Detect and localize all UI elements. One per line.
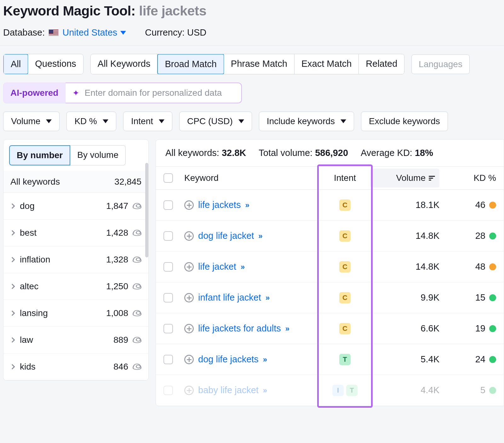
sidebar-all-keywords[interactable]: All keywords 32,845: [3, 171, 148, 193]
sidebar-tab-volume[interactable]: By volume: [70, 145, 126, 165]
tab-phrase-match[interactable]: Phrase Match: [224, 54, 295, 74]
filter-exclude[interactable]: Exclude keywords: [361, 112, 448, 131]
intent-cell: C: [320, 292, 370, 303]
kd-dot-icon: [489, 325, 496, 332]
eye-icon[interactable]: [133, 283, 141, 290]
sidebar-group-item[interactable]: best1,428: [3, 220, 148, 246]
expand-icon[interactable]: »: [266, 293, 268, 302]
stat-akd-value: 18%: [415, 148, 433, 158]
ai-domain-input[interactable]: [84, 88, 234, 98]
keyword-cell: infant life jacket »: [184, 292, 320, 303]
eye-icon[interactable]: [133, 364, 141, 370]
languages-filter[interactable]: Languages: [411, 55, 470, 74]
chevron-down-icon: [120, 31, 126, 35]
kd-value: 19: [475, 323, 485, 334]
expand-icon[interactable]: »: [245, 201, 248, 210]
filter-kd[interactable]: KD %: [66, 112, 116, 131]
tab-exact-match[interactable]: Exact Match: [295, 54, 359, 74]
sidebar-group-item[interactable]: altec1,250: [3, 273, 148, 300]
col-kd[interactable]: KD %: [439, 173, 496, 183]
add-keyword-icon[interactable]: [184, 355, 194, 364]
sidebar-group-item[interactable]: kids846: [3, 354, 148, 380]
kd-cell: 19: [439, 323, 496, 334]
chevron-right-icon: [10, 364, 15, 370]
group-name: inflation: [20, 255, 50, 265]
select-all-checkbox[interactable]: [163, 173, 173, 183]
add-keyword-icon[interactable]: [184, 262, 194, 272]
tabs-match: All Keywords Broad Match Phrase Match Ex…: [90, 54, 405, 74]
keyword-link[interactable]: baby life jacket: [198, 385, 259, 395]
database-selector[interactable]: Database: United States: [3, 27, 126, 38]
add-keyword-icon[interactable]: [184, 293, 194, 302]
keyword-cell: life jackets for adults »: [184, 323, 320, 334]
title-query: life jackets: [139, 3, 206, 18]
row-checkbox[interactable]: [163, 231, 173, 241]
add-keyword-icon[interactable]: [184, 324, 194, 333]
kd-dot-icon: [489, 356, 496, 363]
keyword-link[interactable]: life jackets for adults: [198, 323, 281, 334]
keyword-link[interactable]: infant life jacket: [198, 292, 261, 303]
table-body: life jackets »C18.1K46dog life jacket »C…: [156, 190, 504, 406]
kd-cell: 46: [439, 200, 496, 210]
sidebar-tabs: By number By volume: [3, 140, 148, 171]
sparkle-icon: ✦: [72, 88, 79, 98]
eye-icon[interactable]: [133, 256, 141, 263]
expand-icon[interactable]: »: [263, 355, 266, 364]
title-prefix: Keyword Magic Tool:: [3, 3, 135, 18]
tab-questions[interactable]: Questions: [28, 54, 83, 74]
group-count: 1,328: [106, 255, 128, 265]
tab-all-keywords[interactable]: All Keywords: [91, 54, 158, 74]
group-name: dog: [20, 201, 35, 211]
sidebar-group-item[interactable]: dog1,847: [3, 193, 148, 220]
intent-cell: I T: [320, 384, 370, 396]
filter-cpc[interactable]: CPC (USD): [179, 112, 252, 131]
sidebar-scrollbar[interactable]: [145, 163, 148, 257]
filter-intent[interactable]: Intent: [123, 112, 172, 131]
keyword-link[interactable]: dog life jackets: [198, 354, 259, 365]
ai-domain-input-wrap[interactable]: ✦: [66, 83, 242, 103]
expand-icon[interactable]: »: [258, 232, 261, 240]
sidebar-group-item[interactable]: inflation1,328: [3, 246, 148, 273]
eye-icon[interactable]: [133, 203, 141, 209]
eye-icon[interactable]: [133, 337, 141, 343]
sidebar-group-item[interactable]: lansing1,008: [3, 300, 148, 327]
expand-icon[interactable]: »: [263, 386, 266, 395]
col-keyword[interactable]: Keyword: [184, 173, 320, 183]
row-checkbox[interactable]: [163, 355, 173, 364]
keyword-link[interactable]: life jacket: [198, 262, 236, 272]
keyword-link[interactable]: life jackets: [198, 200, 241, 210]
intent-badge-c: C: [339, 261, 351, 273]
intent-badge-c: C: [339, 199, 351, 211]
col-volume-label: Volume: [396, 173, 426, 183]
eye-icon[interactable]: [133, 230, 141, 236]
expand-icon[interactable]: »: [241, 262, 243, 271]
filter-volume[interactable]: Volume: [3, 112, 60, 131]
expand-icon[interactable]: »: [285, 324, 288, 333]
table-row: baby life jacket »I T4.4K5: [156, 375, 504, 406]
keyword-link[interactable]: dog life jacket: [198, 231, 254, 241]
eye-icon[interactable]: [133, 310, 141, 316]
database-link[interactable]: United States: [62, 27, 126, 38]
add-keyword-icon[interactable]: [184, 386, 194, 395]
col-intent[interactable]: Intent: [320, 173, 370, 183]
row-checkbox[interactable]: [163, 324, 173, 333]
tab-all[interactable]: All: [3, 54, 28, 74]
tab-related[interactable]: Related: [359, 54, 404, 74]
tab-broad-match[interactable]: Broad Match: [157, 54, 224, 74]
intent-cell: C: [320, 199, 370, 211]
filter-include[interactable]: Include keywords: [259, 112, 354, 131]
add-keyword-icon[interactable]: [184, 200, 194, 210]
row-checkbox[interactable]: [163, 293, 173, 302]
kd-value: 15: [475, 292, 485, 303]
sidebar-group-item[interactable]: law889: [3, 327, 148, 354]
filter-dropdown-row: Volume KD % Intent CPC (USD) Include key…: [0, 112, 504, 139]
volume-cell: 5.4K: [370, 354, 439, 365]
add-keyword-icon[interactable]: [184, 231, 194, 241]
sidebar-tab-number[interactable]: By number: [9, 145, 70, 165]
row-checkbox[interactable]: [163, 200, 173, 210]
col-volume[interactable]: Volume: [370, 169, 439, 187]
kd-cell: 24: [439, 354, 496, 365]
row-checkbox[interactable]: [163, 262, 173, 272]
chevron-right-icon: [10, 311, 15, 316]
row-checkbox[interactable]: [163, 386, 173, 395]
